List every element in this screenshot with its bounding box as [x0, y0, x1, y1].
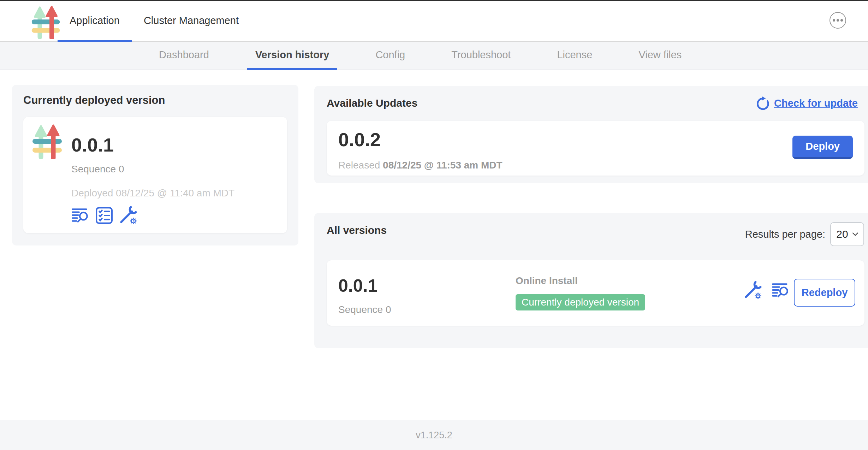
- diff-log-icon[interactable]: [71, 207, 90, 224]
- check-for-update-label: Check for update: [774, 97, 858, 109]
- ellipsis-icon: [837, 19, 839, 22]
- version-row: 0.0.1 Sequence 0 Online Install Currentl…: [327, 260, 864, 326]
- all-versions-card: All versions Results per page: 20 0.0.1 …: [314, 213, 868, 348]
- available-updates-title: Available Updates: [327, 97, 417, 109]
- results-per-page: Results per page: 20: [745, 222, 864, 246]
- redeploy-button[interactable]: Redeploy: [794, 279, 855, 307]
- ellipsis-icon: [833, 19, 835, 22]
- currently-deployed-title: Currently deployed version: [23, 94, 165, 107]
- subnav-config[interactable]: Config: [367, 42, 413, 70]
- row-sequence-label: Sequence 0: [338, 304, 391, 315]
- subnav-license[interactable]: License: [549, 42, 600, 70]
- results-per-page-label: Results per page:: [745, 229, 825, 240]
- preflight-checklist-icon[interactable]: [95, 207, 113, 224]
- subnav-troubleshoot[interactable]: Troubleshoot: [443, 42, 519, 70]
- currently-deployed-badge: Currently deployed version: [516, 294, 645, 310]
- subnav-dashboard[interactable]: Dashboard: [151, 42, 217, 70]
- primary-navbar: Application Cluster Management: [0, 1, 868, 42]
- row-actions: [743, 281, 790, 300]
- diff-log-icon[interactable]: [772, 282, 790, 298]
- app-subnav: Dashboard Version history Config Trouble…: [0, 42, 868, 70]
- kots-admin-console: Application Cluster Management Dashboard…: [0, 0, 868, 450]
- ellipsis-icon: [840, 19, 843, 22]
- app-logo-icon: [32, 124, 62, 159]
- wrench-gear-icon[interactable]: [743, 281, 762, 300]
- deployed-version-number: 0.0.1: [71, 135, 114, 154]
- tab-application[interactable]: Application: [58, 1, 132, 42]
- refresh-icon: [755, 95, 771, 111]
- row-install-type: Online Install: [516, 275, 578, 286]
- currently-deployed-card: Currently deployed version 0.0.1 Sequenc…: [12, 85, 298, 245]
- tab-cluster-management[interactable]: Cluster Management: [132, 1, 251, 42]
- deployed-version-actions: [71, 206, 138, 225]
- overflow-menu-button[interactable]: [830, 12, 846, 29]
- update-released-timestamp: Released 08/12/25 @ 11:53 am MDT: [338, 160, 503, 171]
- wrench-gear-icon[interactable]: [119, 206, 138, 225]
- deployed-version-panel: 0.0.1 Sequence 0 Deployed 08/12/25 @ 11:…: [23, 117, 287, 233]
- all-versions-title: All versions: [327, 224, 387, 236]
- subnav-version-history[interactable]: Version history: [247, 42, 338, 70]
- primary-nav-tabs: Application Cluster Management: [58, 1, 251, 42]
- available-updates-card: Available Updates Check for update 0.0.2…: [314, 86, 868, 183]
- row-version-number: 0.0.1: [338, 277, 377, 295]
- update-version-number: 0.0.2: [338, 130, 381, 149]
- available-update-row: 0.0.2 Released 08/12/25 @ 11:53 am MDT D…: [327, 121, 864, 176]
- subnav-view-files[interactable]: View files: [630, 42, 690, 70]
- app-logo-icon: [31, 5, 60, 39]
- chevron-down-icon: [852, 232, 858, 236]
- deployed-timestamp: Deployed 08/12/25 @ 11:40 am MDT: [71, 188, 234, 199]
- results-per-page-select[interactable]: 20: [830, 222, 864, 246]
- console-version-label: v1.125.2: [416, 430, 452, 441]
- deploy-button[interactable]: Deploy: [792, 136, 853, 159]
- deployed-sequence-label: Sequence 0: [71, 164, 124, 175]
- footer: v1.125.2: [0, 420, 868, 450]
- check-for-update-link[interactable]: Check for update: [755, 95, 858, 111]
